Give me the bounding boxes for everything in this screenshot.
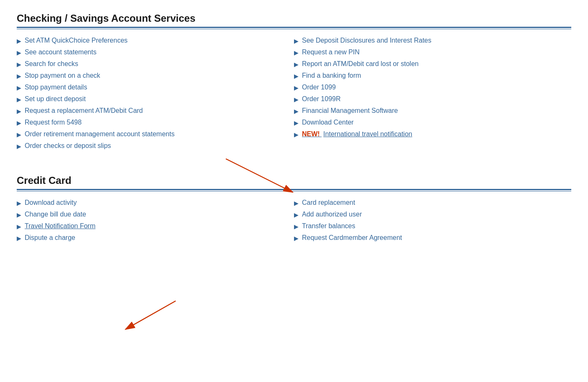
link-item-card-replacement: ▶Card replacement	[294, 199, 563, 206]
arrow-annotation-2	[100, 293, 192, 339]
link-add-authorized-user[interactable]: Add authorized user	[302, 211, 362, 218]
link-item-financial-management: ▶Financial Management Software	[294, 107, 563, 115]
link-setup-direct-deposit[interactable]: Set up direct deposit	[25, 95, 86, 103]
link-travel-notification-form[interactable]: Travel Notification Form	[25, 222, 95, 230]
bullet-icon: ▶	[17, 73, 21, 79]
link-request-replacement-atm[interactable]: Request a replacement ATM/Debit Card	[25, 107, 143, 115]
link-item-see-statements: ▶See account statements	[17, 48, 286, 56]
link-request-form-5498[interactable]: Request form 5498	[25, 119, 82, 126]
link-item-transfer-balances: ▶Transfer balances	[294, 222, 563, 230]
bullet-icon: ▶	[294, 131, 299, 138]
bullet-icon: ▶	[294, 211, 299, 218]
checking-savings-right: ▶See Deposit Disclosures and Interest Ra…	[294, 37, 571, 154]
top-divider-2	[17, 189, 571, 190]
link-item-request-replacement-atm: ▶Request a replacement ATM/Debit Card	[17, 107, 286, 115]
bullet-icon: ▶	[17, 96, 21, 103]
link-item-set-atm: ▶Set ATM QuickChoice Preferences	[17, 37, 286, 44]
link-item-change-bill-due-date: ▶Change bill due date	[17, 211, 286, 218]
checking-savings-title: Checking / Savings Account Services	[17, 13, 571, 24]
link-item-request-cardmember: ▶Request Cardmember Agreement	[294, 234, 563, 242]
bullet-icon: ▶	[294, 235, 299, 242]
top-divider-1	[17, 27, 571, 28]
link-item-order-1099: ▶Order 1099	[294, 84, 563, 91]
bullet-icon: ▶	[17, 211, 21, 218]
bullet-icon: ▶	[294, 200, 299, 206]
link-search-checks[interactable]: Search for checks	[25, 60, 78, 68]
link-set-atm[interactable]: Set ATM QuickChoice Preferences	[25, 37, 128, 44]
checking-savings-left: ▶Set ATM QuickChoice Preferences▶See acc…	[17, 37, 294, 154]
link-item-stop-payment-details: ▶Stop payment details	[17, 84, 286, 91]
bullet-icon: ▶	[294, 61, 299, 68]
credit-card-left: ▶Download activity▶Change bill due date▶…	[17, 199, 294, 246]
link-download-activity[interactable]: Download activity	[25, 199, 77, 206]
bullet-icon: ▶	[294, 120, 299, 126]
link-item-add-authorized-user: ▶Add authorized user	[294, 211, 563, 218]
link-item-find-banking-form: ▶Find a banking form	[294, 72, 563, 79]
bullet-icon: ▶	[17, 235, 21, 242]
bullet-icon: ▶	[294, 223, 299, 230]
bullet-icon: ▶	[294, 73, 299, 79]
bullet-icon: ▶	[294, 49, 299, 56]
link-item-search-checks: ▶Search for checks	[17, 60, 286, 68]
link-item-request-form-5498: ▶Request form 5498	[17, 119, 286, 126]
link-item-international-travel: ▶NEW! International travel notification	[294, 130, 563, 138]
link-item-dispute-charge: ▶Dispute a charge	[17, 234, 286, 242]
link-item-travel-notification-form: ▶Travel Notification Form	[17, 222, 286, 230]
link-see-statements[interactable]: See account statements	[25, 48, 97, 56]
link-order-checks[interactable]: Order checks or deposit slips	[25, 142, 111, 150]
link-item-request-new-pin: ▶Request a new PIN	[294, 48, 563, 56]
bullet-icon: ▶	[17, 131, 21, 138]
bullet-icon: ▶	[17, 84, 21, 91]
link-item-order-retirement: ▶Order retirement management account sta…	[17, 130, 286, 138]
bullet-icon: ▶	[17, 200, 21, 206]
link-order-1099r[interactable]: Order 1099R	[302, 95, 341, 103]
bottom-divider-1	[17, 29, 571, 29]
bullet-icon: ▶	[17, 49, 21, 56]
bullet-icon: ▶	[294, 96, 299, 103]
link-stop-payment-details[interactable]: Stop payment details	[25, 84, 87, 91]
link-international-travel[interactable]: NEW! International travel notification	[302, 130, 412, 138]
credit-card-right: ▶Card replacement▶Add authorized user▶Tr…	[294, 199, 571, 246]
link-request-cardmember[interactable]: Request Cardmember Agreement	[302, 234, 402, 242]
link-see-deposit-disclosures[interactable]: See Deposit Disclosures and Interest Rat…	[302, 37, 431, 44]
link-transfer-balances[interactable]: Transfer balances	[302, 222, 355, 230]
bullet-icon: ▶	[17, 108, 21, 115]
bullet-icon: ▶	[17, 223, 21, 230]
link-order-1099[interactable]: Order 1099	[302, 84, 336, 91]
bullet-icon: ▶	[294, 108, 299, 115]
link-item-download-activity: ▶Download activity	[17, 199, 286, 206]
checking-savings-columns: ▶Set ATM QuickChoice Preferences▶See acc…	[17, 37, 571, 154]
link-item-setup-direct-deposit: ▶Set up direct deposit	[17, 95, 286, 103]
bullet-icon: ▶	[17, 61, 21, 68]
link-item-stop-payment-check: ▶Stop payment on a check	[17, 72, 286, 79]
bottom-divider-2	[17, 191, 571, 191]
credit-card-columns: ▶Download activity▶Change bill due date▶…	[17, 199, 571, 246]
link-download-center[interactable]: Download Center	[302, 119, 354, 126]
link-item-order-checks: ▶Order checks or deposit slips	[17, 142, 286, 150]
link-dispute-charge[interactable]: Dispute a charge	[25, 234, 75, 242]
link-change-bill-due-date[interactable]: Change bill due date	[25, 211, 86, 218]
bullet-icon: ▶	[17, 143, 21, 150]
link-report-atm-lost[interactable]: Report an ATM/Debit card lost or stolen	[302, 60, 419, 68]
link-item-see-deposit-disclosures: ▶See Deposit Disclosures and Interest Ra…	[294, 37, 563, 44]
link-find-banking-form[interactable]: Find a banking form	[302, 72, 361, 79]
link-item-download-center: ▶Download Center	[294, 119, 563, 126]
link-stop-payment-check[interactable]: Stop payment on a check	[25, 72, 100, 79]
svg-line-3	[125, 301, 176, 329]
link-card-replacement[interactable]: Card replacement	[302, 199, 355, 206]
link-item-report-atm-lost: ▶Report an ATM/Debit card lost or stolen	[294, 60, 563, 68]
link-item-order-1099r: ▶Order 1099R	[294, 95, 563, 103]
new-badge: NEW!	[302, 130, 322, 138]
link-financial-management[interactable]: Financial Management Software	[302, 107, 398, 115]
bullet-icon: ▶	[294, 84, 299, 91]
link-order-retirement[interactable]: Order retirement management account stat…	[25, 130, 174, 138]
credit-card-title: Credit Card	[17, 175, 571, 186]
link-request-new-pin[interactable]: Request a new PIN	[302, 48, 360, 56]
bullet-icon: ▶	[17, 120, 21, 126]
bullet-icon: ▶	[17, 38, 21, 44]
bullet-icon: ▶	[294, 38, 299, 44]
